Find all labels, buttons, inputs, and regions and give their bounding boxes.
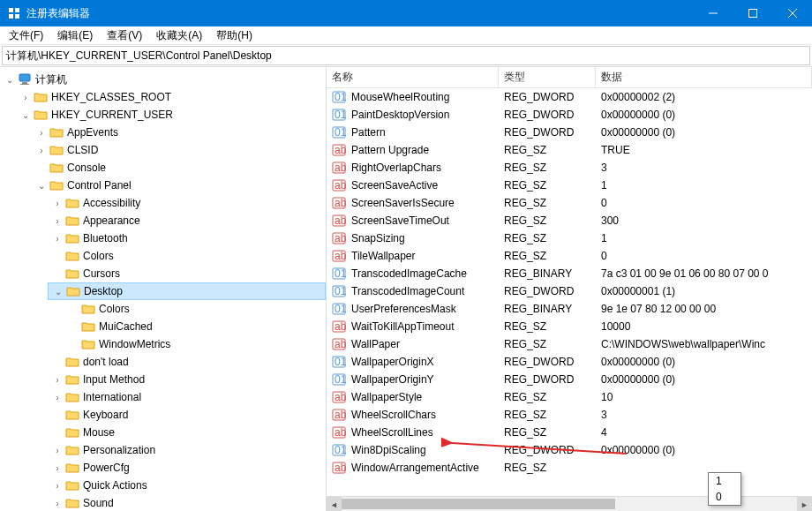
address-bar[interactable]: 计算机\HKEY_CURRENT_USER\Control Panel\Desk…: [2, 46, 810, 65]
list-row[interactable]: 011MouseWheelRoutingREG_DWORD0x00000002 …: [327, 88, 812, 106]
tree-pane[interactable]: ⌄ 计算机 › HKEY_CLASSES_ROOT ⌄ HKEY_CURRENT…: [0, 67, 327, 511]
value-dropdown[interactable]: 1 0: [708, 472, 741, 506]
list-row[interactable]: 011Win8DpiScalingREG_DWORD0x00000000 (0): [327, 441, 812, 459]
tree-hkcu[interactable]: ⌄ HKEY_CURRENT_USER: [16, 106, 326, 124]
tree-desktop-windowmetrics[interactable]: WindowMetrics: [64, 335, 326, 353]
tree-inputmethod[interactable]: ›Input Method: [48, 371, 326, 388]
column-data[interactable]: 数据: [596, 67, 812, 87]
list-row[interactable]: abSnapSizingREG_SZ1: [327, 229, 812, 247]
tree-label: Quick Actions: [83, 479, 147, 492]
tree-bluetooth[interactable]: ›Bluetooth: [48, 229, 326, 247]
chevron-right-icon[interactable]: ›: [51, 462, 64, 474]
chevron-down-icon[interactable]: ⌄: [19, 109, 32, 121]
chevron-right-icon[interactable]: ›: [35, 126, 48, 139]
binary-value-icon: 011: [332, 355, 346, 369]
list-row[interactable]: abRightOverlapCharsREG_SZ3: [327, 159, 812, 177]
tree-hkcr[interactable]: › HKEY_CLASSES_ROOT: [16, 88, 326, 106]
tree-quickactions[interactable]: ›Quick Actions: [48, 477, 326, 494]
tree-controlpanel[interactable]: ⌄Control Panel: [32, 177, 326, 194]
scroll-right-button[interactable]: ►: [797, 497, 812, 511]
value-name: MouseWheelRouting: [351, 91, 449, 103]
tree-appevents[interactable]: ›AppEvents: [32, 124, 326, 141]
value-data: 1: [596, 232, 812, 244]
list-row[interactable]: abScreenSaveTimeOutREG_SZ300: [327, 212, 812, 229]
chevron-down-icon[interactable]: ⌄: [35, 179, 48, 192]
list-row[interactable]: abWallPaperREG_SZC:\WINDOWS\web\wallpape…: [327, 335, 812, 353]
tree-sound[interactable]: ›Sound: [48, 494, 326, 511]
tree-label: Sound: [83, 497, 114, 509]
minimize-button[interactable]: [693, 0, 733, 26]
chevron-right-icon[interactable]: ›: [51, 232, 64, 244]
tree-powercfg[interactable]: ›PowerCfg: [48, 459, 326, 477]
list-row[interactable]: 011PatternREG_DWORD0x00000000 (0): [327, 124, 812, 141]
list-row[interactable]: 011TranscodedImageCacheREG_BINARY7a c3 0…: [327, 265, 812, 282]
tree-label: Mouse: [83, 426, 115, 439]
list-row[interactable]: 011PaintDesktopVersionREG_DWORD0x0000000…: [327, 106, 812, 124]
tree-label: CLSID: [67, 144, 98, 156]
tree-mouse[interactable]: Mouse: [48, 424, 326, 441]
close-button[interactable]: [772, 0, 812, 26]
tree-appearance[interactable]: ›Appearance: [48, 212, 326, 229]
tree-desktop[interactable]: ⌄Desktop: [48, 282, 326, 300]
tree-label: Cursors: [83, 267, 120, 280]
values-list[interactable]: 名称 类型 数据 011MouseWheelRoutingREG_DWORD0x…: [327, 67, 812, 511]
scroll-thumb[interactable]: [342, 499, 615, 509]
chevron-right-icon[interactable]: ›: [51, 497, 64, 509]
chevron-down-icon[interactable]: ⌄: [4, 73, 16, 86]
value-type: REG_DWORD: [499, 444, 596, 456]
tree-dontload[interactable]: don't load: [48, 353, 326, 371]
list-row[interactable]: abScreenSaveActiveREG_SZ1: [327, 177, 812, 194]
tree-keyboard[interactable]: Keyboard: [48, 406, 326, 424]
binary-value-icon: 011: [332, 302, 346, 316]
folder-icon: [34, 91, 48, 103]
value-data: 0x00000001 (1): [596, 285, 812, 297]
dropdown-option-0[interactable]: 0: [709, 489, 741, 505]
list-row[interactable]: abTileWallpaperREG_SZ0: [327, 247, 812, 265]
tree-desktop-muicached[interactable]: MuiCached: [64, 318, 326, 335]
tree-label: HKEY_CURRENT_USER: [51, 109, 173, 121]
tree-root-computer[interactable]: ⌄ 计算机: [0, 71, 326, 88]
tree-accessibility[interactable]: ›Accessibility: [48, 194, 326, 212]
menu-edit[interactable]: 编辑(E): [50, 26, 100, 45]
tree-international[interactable]: ›International: [48, 388, 326, 406]
tree-personalization[interactable]: ›Personalization: [48, 441, 326, 459]
value-data: 0x00000000 (0): [596, 356, 812, 368]
maximize-button[interactable]: [733, 0, 772, 26]
list-row[interactable]: abWheelScrollLinesREG_SZ4: [327, 424, 812, 441]
folder-icon: [81, 338, 95, 350]
list-row[interactable]: abWheelScrollCharsREG_SZ3: [327, 406, 812, 424]
chevron-right-icon[interactable]: ›: [35, 144, 48, 156]
tree-console[interactable]: Console: [32, 159, 326, 177]
chevron-right-icon[interactable]: ›: [51, 373, 64, 386]
list-row[interactable]: 011WallpaperOriginYREG_DWORD0x00000000 (…: [327, 371, 812, 388]
list-row[interactable]: 011UserPreferencesMaskREG_BINARY9e 1e 07…: [327, 300, 812, 318]
list-row[interactable]: 011WallpaperOriginXREG_DWORD0x00000000 (…: [327, 353, 812, 371]
chevron-right-icon[interactable]: ›: [51, 197, 64, 209]
scroll-left-button[interactable]: ◄: [327, 497, 342, 511]
column-name[interactable]: 名称: [327, 67, 499, 87]
svg-rect-10: [20, 84, 29, 85]
tree-cursors[interactable]: Cursors: [48, 265, 326, 282]
menu-favorites[interactable]: 收藏夹(A): [149, 26, 209, 45]
menu-help[interactable]: 帮助(H): [209, 26, 259, 45]
menu-view[interactable]: 查看(V): [100, 26, 149, 45]
tree-clsid[interactable]: ›CLSID: [32, 141, 326, 159]
chevron-right-icon[interactable]: ›: [51, 214, 64, 227]
tree-desktop-colors[interactable]: Colors: [64, 300, 326, 318]
list-row[interactable]: 011TranscodedImageCountREG_DWORD0x000000…: [327, 282, 812, 300]
chevron-right-icon[interactable]: ›: [19, 91, 32, 103]
dropdown-option-1[interactable]: 1: [709, 473, 741, 489]
column-type[interactable]: 类型: [499, 67, 596, 87]
chevron-right-icon[interactable]: ›: [51, 479, 64, 492]
tree-colors[interactable]: Colors: [48, 247, 326, 265]
menu-file[interactable]: 文件(F): [2, 26, 50, 45]
chevron-down-icon[interactable]: ⌄: [52, 285, 64, 297]
folder-icon: [65, 444, 79, 456]
list-row[interactable]: abScreenSaverIsSecureREG_SZ0: [327, 194, 812, 212]
list-row[interactable]: abWaitToKillAppTimeoutREG_SZ10000: [327, 318, 812, 335]
list-row[interactable]: abPattern UpgradeREG_SZTRUE: [327, 141, 812, 159]
chevron-right-icon[interactable]: ›: [51, 444, 64, 456]
chevron-right-icon[interactable]: ›: [51, 391, 64, 403]
value-data: 300: [596, 214, 812, 227]
list-row[interactable]: abWallpaperStyleREG_SZ10: [327, 388, 812, 406]
